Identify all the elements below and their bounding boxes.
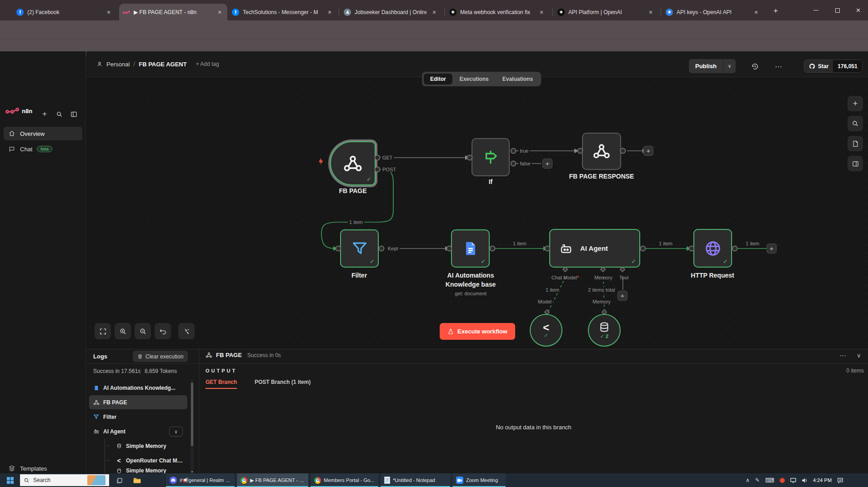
output-port-get[interactable] [375, 155, 381, 161]
add-tag-button[interactable]: + Add tag [196, 61, 219, 67]
browser-tab-messenger[interactable]: f TechSolutions - Messenger - M × [228, 4, 337, 20]
log-tree-item-openrouter[interactable]: < OpenRouter Chat Mo... [112, 453, 187, 467]
taskbar-app-zoom[interactable]: Zoom Meeting [452, 473, 506, 487]
tab-editor[interactable]: Editor [424, 74, 452, 84]
output-port-post[interactable] [375, 167, 381, 173]
scrollbar-thumb[interactable] [191, 383, 193, 446]
log-tree-item-filter[interactable]: Filter [89, 410, 187, 424]
output-port-response[interactable] [620, 148, 626, 154]
node-http-request[interactable]: ✓ [693, 229, 732, 268]
tab-close-icon[interactable]: × [430, 9, 438, 16]
tray-keyboard-icon[interactable]: ⌨ [765, 477, 774, 484]
tab-close-icon[interactable]: × [647, 9, 655, 16]
clear-execution-button[interactable]: Clear execution [133, 351, 188, 362]
tray-expand-chevron[interactable]: ∧ [746, 477, 750, 483]
browser-tab-facebook[interactable]: f (2) Facebook × [13, 4, 116, 20]
undo-button[interactable] [155, 323, 171, 339]
output-port-kb[interactable] [490, 246, 496, 252]
taskbar-search-box[interactable]: Search [20, 474, 109, 486]
tab-evaluations[interactable]: Evaluations [496, 74, 539, 84]
browser-tab-n8n-active[interactable]: ▶ FB PAGE AGENT - n8n × [119, 4, 227, 20]
browser-tab-jobseeker[interactable]: Jobseeker Dashboard | OnlineJ × [340, 4, 442, 20]
agent-collapse-chevron[interactable]: ∨ [169, 427, 183, 437]
window-maximize-button[interactable] [828, 0, 848, 20]
tray-volume-icon[interactable] [802, 478, 808, 483]
task-view-button[interactable] [112, 473, 127, 487]
browser-tab-openai-platform[interactable]: ∗ API Platform | OpenAI × [554, 4, 658, 20]
tray-display-icon[interactable] [790, 478, 796, 483]
logs-collapse-chevron[interactable]: ∨ [857, 352, 861, 359]
tab-close-icon[interactable]: × [752, 9, 760, 16]
window-minimize-button[interactable] [806, 0, 826, 20]
input-port-kb[interactable] [447, 246, 452, 252]
taskbar-app-discord[interactable]: #📢general | Realm -... [166, 473, 235, 487]
file-explorer-button[interactable] [129, 473, 145, 487]
publish-dropdown-chevron[interactable]: ∨ [723, 59, 736, 73]
node-simple-memory[interactable]: ✓ 2 [588, 314, 621, 347]
output-port-false[interactable] [511, 161, 517, 167]
github-star-widget[interactable]: Star 176,051 [804, 60, 863, 73]
log-tree-item-kb[interactable]: AI Automations Knowledg... [89, 381, 187, 395]
output-port-agent[interactable] [640, 246, 646, 252]
new-tab-button[interactable]: + [770, 5, 781, 16]
node-knowledge-base[interactable]: ✓ [451, 229, 490, 268]
taskbar-app-chrome-n8n[interactable]: ▶ FB PAGE AGENT - n... [236, 473, 308, 487]
tab-close-icon[interactable]: × [537, 9, 546, 16]
output-port-http[interactable] [732, 246, 738, 252]
workflow-title[interactable]: FB PAGE AGENT [139, 61, 186, 68]
input-port-response[interactable] [577, 148, 583, 154]
tray-clock[interactable]: 4:24 PM [813, 477, 832, 483]
tray-antivirus-icon[interactable] [780, 478, 785, 483]
node-fb-page-response[interactable] [582, 133, 621, 170]
publish-button[interactable]: Publish [689, 59, 723, 73]
node-ai-agent[interactable]: AI Agent ✓ [549, 229, 640, 268]
taskbar-app-notepad[interactable]: *Untitled - Notepad [380, 473, 450, 487]
history-icon[interactable] [749, 61, 760, 72]
window-close-button[interactable]: × [848, 0, 868, 20]
search-highlights-widget[interactable] [87, 475, 105, 485]
start-button[interactable] [0, 473, 20, 487]
add-node-plus-button[interactable]: + [767, 244, 777, 253]
zoom-in-button[interactable] [115, 323, 131, 339]
tab-post-branch[interactable]: POST Branch (1 item) [255, 379, 311, 385]
sidebar-item-overview[interactable]: Overview [4, 127, 82, 140]
browser-tab-openai-keys[interactable]: ∗ API keys - OpenAI API × [662, 4, 764, 20]
tab-get-branch[interactable]: GET Branch [206, 379, 237, 389]
browser-tab-meta-webhook[interactable]: ∗ Meta webhook verification fix × [446, 4, 549, 20]
log-tree-scrollbar[interactable]: ▼ [191, 380, 194, 473]
node-openrouter-chat-model[interactable]: < ✓ [530, 314, 562, 347]
workflow-menu-icon[interactable]: ⋯ [773, 61, 784, 72]
sidebar-item-chat[interactable]: Chat beta [4, 142, 82, 156]
output-port-filter[interactable] [379, 246, 385, 252]
notification-center-icon[interactable] [837, 477, 843, 483]
sidebar-collapse-icon[interactable] [69, 109, 78, 119]
taskbar-app-chrome-members[interactable]: Members Portal - Go... [310, 473, 378, 487]
add-node-plus-button[interactable]: + [542, 159, 552, 169]
logs-menu-icon[interactable]: ⋯ [839, 352, 846, 360]
tab-close-icon[interactable]: × [105, 9, 113, 16]
input-port-http[interactable] [689, 246, 695, 252]
log-tree-item-simple-memory-2[interactable]: Simple Memory [112, 468, 187, 473]
new-workflow-plus-icon[interactable]: + [40, 109, 49, 119]
sidebar-search-icon[interactable] [55, 109, 64, 119]
tray-pen-icon[interactable]: ✎ [755, 477, 760, 483]
output-port-true[interactable] [511, 148, 517, 154]
input-port-if[interactable] [467, 155, 473, 161]
tab-executions[interactable]: Executions [453, 74, 495, 84]
log-tree-item-simple-memory-1[interactable]: Simple Memory [112, 439, 187, 453]
scrollbar-down-arrow[interactable]: ▼ [191, 470, 194, 473]
tab-close-icon[interactable]: × [326, 9, 334, 16]
fit-view-button[interactable] [95, 323, 111, 339]
node-fb-page[interactable]: ✓ [330, 141, 376, 185]
tidy-up-button[interactable] [178, 323, 195, 339]
zoom-out-button[interactable] [135, 323, 151, 339]
input-port-filter[interactable] [336, 246, 341, 252]
node-if[interactable] [472, 138, 510, 176]
breadcrumb-project[interactable]: Personal [106, 61, 130, 68]
log-tree-item-fb-page[interactable]: FB PAGE [89, 395, 187, 409]
execute-workflow-button[interactable]: Execute workflow [440, 323, 515, 340]
tab-close-icon[interactable]: × [216, 9, 224, 16]
input-port-agent[interactable] [545, 246, 551, 252]
node-filter[interactable]: ✓ [340, 229, 379, 268]
add-node-plus-button[interactable]: + [643, 146, 653, 156]
